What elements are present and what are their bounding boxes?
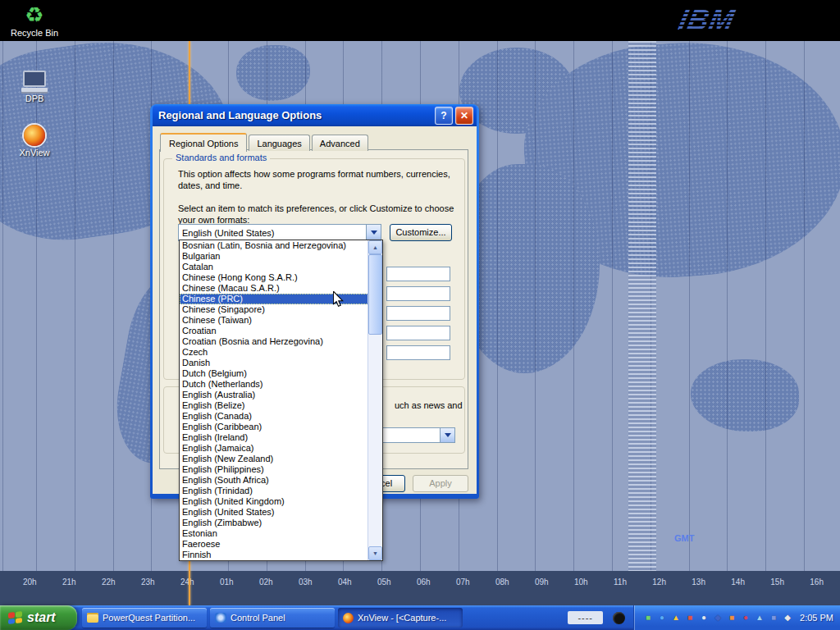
desktop-icon-dpb[interactable]: DPB	[5, 71, 64, 103]
hour-label: 13h	[692, 578, 705, 587]
sample-field[interactable]	[386, 306, 450, 321]
dialog-tab[interactable]: Languages	[249, 135, 309, 151]
language-option[interactable]: Dutch (Netherlands)	[180, 379, 368, 390]
location-combobox-dropdown-button[interactable]	[440, 428, 454, 442]
language-option[interactable]: English (United States)	[180, 507, 368, 518]
chevron-down-icon	[445, 433, 451, 441]
location-text-fragment: uch as news and	[395, 399, 468, 411]
task-icon	[215, 613, 226, 623]
sample-field[interactable]	[386, 286, 450, 301]
language-option[interactable]: English (Belize)	[180, 400, 368, 411]
dialog-title: Regional and Language Options	[158, 109, 432, 121]
hour-label: 09h	[535, 578, 549, 587]
language-option[interactable]: Croatian (Bosnia and Herzegovina)	[180, 336, 368, 347]
start-button[interactable]: start	[0, 605, 77, 630]
standards-description: This option affects how some programs fo…	[178, 168, 457, 191]
deskband-button[interactable]: ----	[568, 611, 603, 624]
language-option[interactable]: English (Philippines)	[180, 464, 368, 475]
dialog-tab[interactable]: Regional Options	[160, 133, 247, 152]
scrollbar-down-arrow[interactable]: ▼	[368, 546, 382, 560]
language-option[interactable]: English (Jamaica)	[180, 443, 368, 454]
language-option[interactable]: Danish	[180, 358, 368, 368]
antivirus-tray-icon[interactable]: ■	[642, 612, 654, 623]
language-option[interactable]: Chinese (Hong Kong S.A.R.)	[180, 272, 368, 283]
scrollbar-thumb[interactable]	[368, 254, 382, 335]
task-icon	[87, 613, 98, 623]
hour-scale-band: 20h21h22h23h24h01h02h03h04h05h06h07h08h0…	[0, 571, 840, 605]
usb-tray-icon[interactable]: ▲	[754, 612, 765, 623]
language-option[interactable]: English (New Zealand)	[180, 454, 368, 464]
update-tray-icon[interactable]: ▲	[670, 612, 682, 623]
messenger-tray-icon[interactable]: ●	[656, 612, 668, 623]
laptop-icon	[21, 71, 48, 92]
dialog-titlebar[interactable]: Regional and Language Options ? ✕	[153, 104, 477, 126]
language-option[interactable]: English (South Africa)	[180, 475, 368, 486]
xnview-icon	[24, 125, 45, 146]
language-option[interactable]: English (Canada)	[180, 411, 368, 422]
format-combobox[interactable]: English (United States)	[178, 224, 381, 241]
ime-tray-icon[interactable]: ■	[768, 612, 779, 623]
language-option[interactable]: Bulgarian	[180, 251, 368, 262]
desktop-icon-xnview[interactable]: XnView	[5, 125, 64, 158]
language-option[interactable]: Bosnian (Latin, Bosnia and Herzegovina)	[180, 240, 368, 251]
format-combobox-dropdown-button[interactable]	[366, 225, 381, 240]
language-dropdown-list: Bosnian (Latin, Bosnia and Herzegovina)B…	[179, 240, 383, 561]
display-tray-icon[interactable]: ■	[726, 612, 737, 623]
language-option[interactable]: Dutch (Belgium)	[180, 368, 368, 379]
taskbar-clock[interactable]: 2:05 PM	[800, 613, 833, 623]
taskbar-task-button[interactable]: XnView - [<Capture-...	[338, 608, 463, 628]
language-option[interactable]: Czech	[180, 347, 368, 358]
language-option[interactable]: English (Ireland)	[180, 432, 368, 443]
security-tray-icon[interactable]: ●	[740, 612, 751, 623]
desktop-icon-recycle-bin[interactable]: ♻ Recycle Bin	[5, 3, 64, 38]
hour-label: 21h	[62, 578, 76, 587]
dateline-hatch-band	[628, 41, 656, 571]
hour-label: 05h	[377, 578, 391, 587]
sample-field[interactable]	[386, 326, 450, 340]
language-option[interactable]: English (Caribbean)	[180, 422, 368, 432]
language-option[interactable]: English (United Kingdom)	[180, 496, 368, 507]
gmt-label: GMT	[674, 533, 694, 543]
language-option[interactable]: Finnish	[180, 550, 368, 560]
recycle-bin-icon: ♻	[5, 3, 64, 26]
close-button[interactable]: ✕	[455, 107, 473, 125]
mouse-cursor	[333, 291, 345, 308]
language-option[interactable]: Catalan	[180, 262, 368, 272]
task-icon	[343, 613, 354, 623]
volume-tray-icon[interactable]: ●	[698, 612, 710, 623]
hour-label: 10h	[574, 578, 588, 587]
taskbar-task-button[interactable]: PowerQuest Partition...	[82, 608, 207, 628]
language-option[interactable]: Faeroese	[180, 539, 368, 550]
language-option[interactable]: English (Australia)	[180, 390, 368, 400]
language-option[interactable]: English (Zimbabwe)	[180, 518, 368, 528]
taskbar: start PowerQuest Partition... Control Pa…	[0, 605, 840, 630]
sample-field[interactable]	[386, 267, 450, 281]
desktop: GMT 20h21h22h23h24h01h02h03h04h05h06h07h…	[0, 0, 840, 630]
network-tray-icon[interactable]: ◆	[712, 612, 724, 623]
hour-label: 03h	[299, 578, 313, 587]
language-option[interactable]: Chinese (Taiwan)	[180, 315, 368, 326]
sample-field[interactable]	[386, 345, 450, 360]
alert-tray-icon[interactable]: ■	[684, 612, 696, 623]
deskband-app-icon[interactable]	[613, 612, 625, 624]
dialog-tab[interactable]: Advanced	[312, 135, 368, 151]
hour-label: 01h	[220, 578, 234, 587]
hour-label: 20h	[23, 578, 37, 587]
taskbar-task-button[interactable]: Control Panel	[210, 608, 335, 628]
ibm-logo-stripes	[679, 2, 765, 38]
hour-label: 06h	[417, 578, 431, 587]
language-option[interactable]: English (Trinidad)	[180, 486, 368, 496]
hour-label: 04h	[338, 578, 352, 587]
language-option[interactable]: Croatian	[180, 326, 368, 336]
list-scrollbar[interactable]: ▲ ▼	[368, 240, 382, 560]
ibm-logo: IBM	[679, 2, 765, 38]
standards-instruction: Select an item to match its preferences,…	[178, 203, 467, 226]
customize-button[interactable]: Customize...	[390, 224, 452, 241]
windows-flag-icon	[8, 611, 22, 624]
hour-label: 02h	[259, 578, 273, 587]
battery-tray-icon[interactable]: ◆	[782, 612, 793, 623]
language-option[interactable]: Estonian	[180, 528, 368, 539]
help-button[interactable]: ?	[435, 107, 453, 125]
scrollbar-up-arrow[interactable]: ▲	[368, 240, 382, 254]
hour-label: 15h	[770, 578, 784, 587]
